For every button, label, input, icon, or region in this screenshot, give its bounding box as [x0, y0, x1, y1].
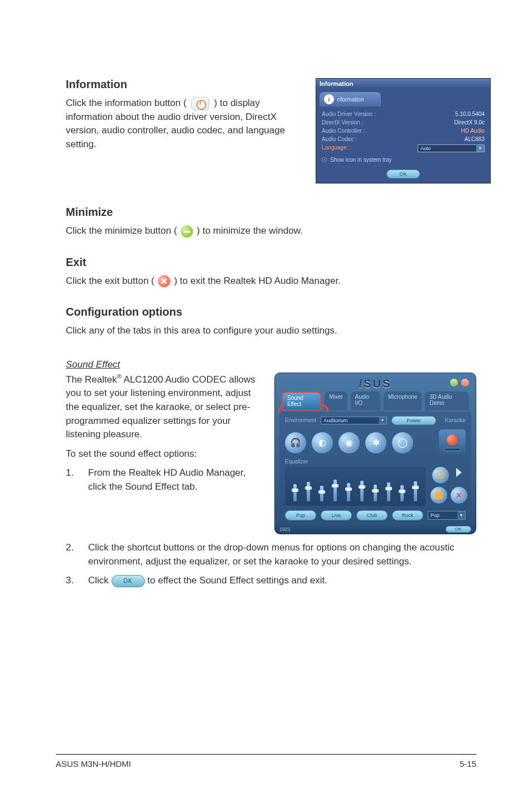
section-heading-configuration: Configuration options: [66, 306, 476, 318]
eq-save-icon[interactable]: [431, 487, 447, 504]
registered-symbol: ®: [117, 373, 122, 380]
tab-label: nformation: [337, 96, 364, 103]
karaoke-slider: [444, 448, 461, 451]
panel-tab-information[interactable]: i nformation: [320, 92, 381, 107]
txt: The Realtek: [66, 374, 117, 385]
tab-3d-audio-demo[interactable]: 3D Audio Demo: [425, 392, 469, 410]
chevron-down-icon: ▾: [476, 145, 484, 152]
txt: ) to exit the Realtek HD Audio Manager.: [174, 276, 341, 286]
radio-label: Show icon in system tray: [330, 157, 392, 163]
preset-select[interactable]: Pop ▾: [428, 511, 466, 520]
env-preset-icon[interactable]: ◉: [338, 432, 360, 453]
step-text: From the Realtek HD Audio Manager, click…: [88, 466, 261, 494]
footer-right: 5-15: [460, 759, 476, 769]
karaoke-label: Karaoke: [445, 417, 466, 423]
tray-icon-radio[interactable]: Show icon in system tray: [316, 156, 490, 167]
txt: ) to minimize the window.: [197, 225, 303, 236]
language-select[interactable]: Auto ▾: [418, 144, 485, 152]
environment-select[interactable]: Auditorium ▾: [321, 417, 387, 424]
preset-pop-button[interactable]: Pop: [285, 510, 316, 520]
subheading-sound-effect: Sound Effect: [66, 359, 476, 370]
tab-sound-effect[interactable]: Sound Effect: [282, 392, 321, 410]
txt: to effect the Sound Effect settings and …: [147, 575, 327, 586]
preset-club-button[interactable]: Club: [356, 510, 388, 520]
row-label: Audio Driver Version :: [322, 111, 376, 117]
preset-live-button[interactable]: Live: [321, 510, 352, 520]
power-button[interactable]: Power: [391, 416, 436, 425]
information-panel: Information i nformation Audio Driver Ve…: [316, 78, 491, 183]
environment-label: Environment: [285, 417, 316, 423]
eq-play-icon[interactable]: [452, 467, 466, 478]
equalizer-sliders[interactable]: [285, 467, 425, 506]
row-value: HD Audio: [461, 128, 485, 134]
tab-microphone[interactable]: Microphone: [384, 392, 422, 410]
toset-line: To set the sound effect options:: [66, 447, 261, 461]
karaoke-control[interactable]: [439, 429, 466, 456]
chevron-down-icon: ▾: [379, 417, 386, 424]
ok-button[interactable]: OK: [446, 526, 471, 533]
minimize-icon: [181, 225, 193, 238]
karaoke-toggle-icon: [447, 434, 458, 446]
txt: Click the minimize button (: [66, 225, 177, 236]
tab-mixer[interactable]: Mixer: [325, 392, 347, 410]
footer-value: 1921: [279, 525, 291, 534]
row-label: Language :: [322, 144, 350, 152]
row-value: ALC883: [465, 136, 485, 142]
step-item: 1. From the Realtek HD Audio Manager, cl…: [66, 466, 261, 494]
env-preset-icon[interactable]: ◐: [312, 432, 333, 453]
preset-rock-button[interactable]: Rock: [392, 510, 423, 520]
section-heading-information: Information: [66, 78, 300, 91]
env-preset-icon[interactable]: ◯: [392, 432, 413, 453]
close-icon[interactable]: [461, 379, 469, 386]
close-icon: [158, 275, 170, 287]
step-number: 1.: [66, 466, 88, 494]
section-heading-exit: Exit: [66, 256, 476, 269]
env-preset-icon[interactable]: 🎧: [285, 432, 306, 453]
section-heading-minimize: Minimize: [66, 206, 476, 219]
row-label: Audio Codec :: [322, 136, 357, 142]
tab-audio-io[interactable]: Audio I/O: [351, 392, 380, 410]
step-item: 2. Click the shortcut buttons or the dro…: [66, 541, 476, 568]
configuration-intro: Click any of the tabs in this area to co…: [66, 324, 476, 338]
eq-action-icon[interactable]: [432, 467, 449, 484]
step-number: 3.: [66, 574, 88, 588]
row-value: DirectX 9.0c: [454, 119, 485, 125]
chevron-down-icon: ▾: [457, 511, 465, 519]
footer-left: ASUS M3N-H/HDMI: [56, 759, 131, 769]
exit-paragraph: Click the exit button ( ) to exit the Re…: [66, 274, 476, 288]
info-icon: [191, 97, 209, 110]
step-text: Click the shortcut buttons or the drop-d…: [88, 541, 476, 568]
equalizer-label: Equalizer: [285, 458, 466, 465]
select-value: Auto: [418, 145, 476, 152]
row-value: 5.10.0.5404: [455, 111, 485, 117]
select-value: Pop: [428, 511, 457, 519]
row-label: Audio Controller :: [322, 128, 365, 134]
minimize-paragraph: Click the minimize button ( ) to minimiz…: [66, 224, 476, 238]
sound-effect-panel: /SUS Sound Effect Mixer Audio I/O Microp…: [274, 373, 476, 534]
panel-title: Information: [316, 79, 490, 89]
step-text: Click OK to effect the Sound Effect sett…: [88, 574, 476, 588]
env-preset-icon[interactable]: ✱: [365, 432, 386, 453]
information-paragraph: Click the information button ( ) to disp…: [66, 96, 300, 152]
txt: Click the exit button (: [66, 276, 154, 286]
asus-logo: /SUS: [359, 378, 392, 390]
minimize-icon[interactable]: [450, 379, 458, 386]
step-item: 3. Click OK to effect the Sound Effect s…: [66, 574, 476, 588]
ok-button-icon: OK: [112, 575, 145, 587]
select-value: Auditorium: [321, 417, 379, 424]
radio-dot-icon: [322, 157, 327, 162]
txt: Click the information button (: [66, 98, 186, 108]
sound-effect-paragraph: The Realtek® ALC1200 Audio CODEC allows …: [66, 373, 261, 442]
eq-delete-icon[interactable]: ✕: [451, 487, 467, 504]
txt: Click: [88, 575, 112, 586]
step-number: 2.: [66, 541, 88, 568]
row-label: DirectX Version :: [322, 119, 363, 125]
info-icon: i: [324, 94, 334, 104]
page-footer: ASUS M3N-H/HDMI 5-15: [56, 754, 476, 769]
ok-button[interactable]: OK: [386, 170, 420, 178]
